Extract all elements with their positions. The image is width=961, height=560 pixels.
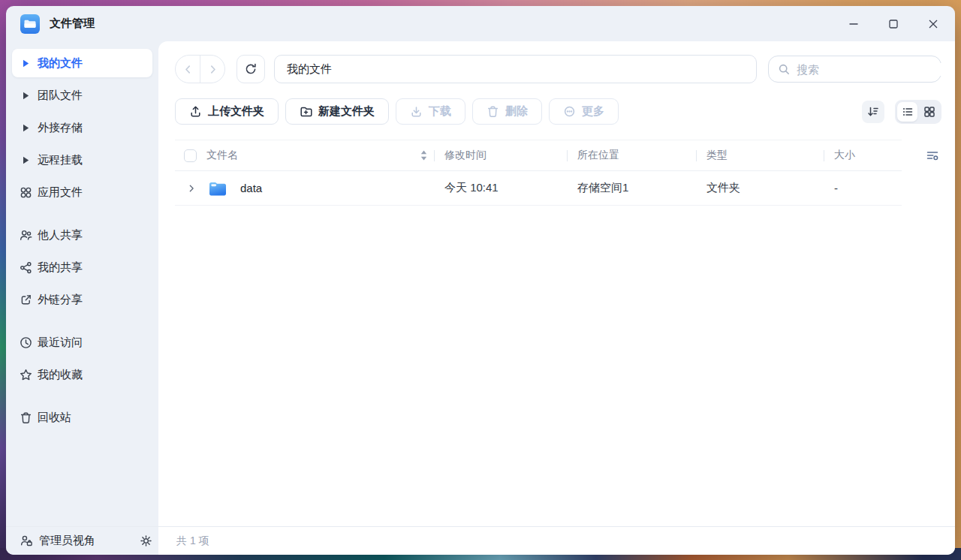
column-settings-icon (926, 149, 939, 162)
sidebar-item-recycle-bin[interactable]: 回收站 (12, 403, 152, 432)
column-label: 文件名 (206, 149, 238, 162)
sidebar-item-external-link-share[interactable]: 外链分享 (12, 285, 152, 314)
column-label: 所在位置 (577, 149, 619, 162)
expand-triangle-icon (20, 59, 32, 68)
sidebar-item-label: 团队文件 (38, 89, 83, 103)
header-location[interactable]: 所在位置 (567, 149, 696, 162)
header-size[interactable]: 大小 (824, 149, 902, 162)
admin-view-label: 管理员视角 (39, 534, 95, 548)
sidebar: 我的文件 团队文件 外接存储 远程挂载 应用文件 他人共享 我的共享 外链分享 (6, 41, 158, 526)
sidebar-item-remote-mount[interactable]: 远程挂载 (12, 146, 152, 174)
sidebar-item-label: 回收站 (38, 411, 71, 425)
sidebar-item-label: 应用文件 (38, 185, 83, 200)
expand-triangle-icon (20, 156, 32, 164)
upload-icon (189, 105, 202, 118)
gear-icon (140, 534, 152, 547)
refresh-button[interactable] (236, 55, 265, 83)
share-external-icon (20, 294, 32, 306)
item-count: 共 1 项 (176, 534, 209, 548)
path-input[interactable] (274, 55, 757, 83)
maximize-icon (887, 18, 899, 30)
file-name: data (240, 182, 262, 194)
file-table-inner: 文件名 修改时间 所在位置 类型 (175, 140, 902, 206)
sidebar-item-label: 他人共享 (38, 228, 83, 242)
sidebar-item-app-files[interactable]: 应用文件 (12, 178, 152, 206)
view-mode-toggle (895, 100, 941, 124)
share-nodes-icon (20, 261, 32, 274)
refresh-icon (244, 62, 258, 76)
admin-view-toggle[interactable]: 管理员视角 (6, 527, 158, 555)
history-nav (175, 55, 225, 83)
toolbar: 上传文件夹 新建文件夹 下载 删除 更多 (175, 98, 941, 125)
app-title: 文件管理 (50, 17, 95, 31)
column-label: 修改时间 (444, 149, 487, 162)
people-icon (20, 229, 32, 242)
star-icon (20, 369, 32, 381)
close-button[interactable] (922, 13, 944, 35)
navigation-row (175, 55, 941, 83)
sort-button[interactable] (862, 101, 884, 123)
cell-location: 存储空间1 (567, 181, 696, 195)
sidebar-item-team-files[interactable]: 团队文件 (12, 81, 152, 110)
sidebar-item-label: 外链分享 (38, 293, 83, 307)
button-label: 更多 (582, 104, 604, 119)
delete-button[interactable]: 删除 (472, 98, 542, 125)
expand-triangle-icon (20, 92, 32, 100)
grid-view-icon (923, 106, 935, 118)
view-controls (862, 100, 941, 124)
sidebar-item-external-storage[interactable]: 外接存储 (12, 113, 152, 142)
item-count-area: 共 1 项 (158, 527, 955, 555)
list-view-button[interactable] (897, 102, 917, 122)
header-filename[interactable]: 文件名 (175, 149, 434, 162)
file-table: 文件名 修改时间 所在位置 类型 (175, 140, 941, 206)
forward-button[interactable] (200, 56, 224, 83)
more-circle-icon (563, 105, 576, 118)
sidebar-item-label: 我的文件 (38, 56, 83, 71)
column-label: 大小 (834, 149, 855, 162)
sidebar-item-label: 我的共享 (38, 260, 83, 275)
file-manager-window: 文件管理 我的文件 团队文件 外接存储 远程挂载 (6, 6, 955, 555)
back-button[interactable] (176, 56, 200, 83)
column-settings-button[interactable] (923, 146, 941, 164)
sidebar-item-favorites[interactable]: 我的收藏 (12, 360, 152, 389)
sidebar-item-my-files[interactable]: 我的文件 (12, 49, 152, 77)
table-header: 文件名 修改时间 所在位置 类型 (175, 140, 902, 171)
minimize-button[interactable] (842, 13, 865, 35)
sidebar-item-shared-by-others[interactable]: 他人共享 (12, 221, 152, 249)
new-folder-button[interactable]: 新建文件夹 (285, 98, 389, 125)
list-view-icon (902, 106, 914, 118)
column-label: 类型 (706, 149, 728, 162)
minimize-icon (848, 18, 860, 30)
sidebar-item-my-shares[interactable]: 我的共享 (12, 253, 152, 282)
more-button[interactable]: 更多 (549, 98, 619, 125)
clock-icon (20, 336, 32, 349)
row-expand-chevron-icon[interactable] (186, 183, 197, 194)
maximize-button[interactable] (882, 13, 905, 35)
table-row[interactable]: data 今天 10:41 存储空间1 文件夹 - (175, 171, 902, 206)
search-input[interactable] (797, 63, 946, 76)
header-type[interactable]: 类型 (696, 149, 824, 162)
download-button[interactable]: 下载 (396, 98, 465, 125)
titlebar: 文件管理 (6, 6, 955, 41)
grid-view-button[interactable] (919, 102, 939, 122)
button-label: 新建文件夹 (318, 104, 375, 119)
select-all-checkbox[interactable] (184, 149, 197, 162)
button-label: 删除 (505, 104, 528, 119)
statusbar: 管理员视角 共 1 项 (6, 526, 955, 555)
settings-gear-button[interactable] (140, 534, 152, 547)
sidebar-item-label: 远程挂载 (38, 153, 83, 167)
sidebar-item-recent[interactable]: 最近访问 (12, 328, 152, 357)
sort-arrows-icon[interactable] (420, 150, 427, 161)
apps-icon (20, 186, 32, 199)
chevron-left-icon (182, 63, 194, 76)
trash-icon (20, 411, 32, 424)
window-controls (842, 13, 955, 35)
folder-plus-icon (300, 105, 312, 118)
upload-folder-button[interactable]: 上传文件夹 (175, 98, 279, 125)
header-modified[interactable]: 修改时间 (434, 149, 567, 162)
cell-modified: 今天 10:41 (434, 181, 567, 195)
folder-icon (208, 179, 227, 198)
main-panel: 上传文件夹 新建文件夹 下载 删除 更多 (158, 41, 955, 526)
trash-icon (487, 105, 499, 118)
button-label: 下载 (429, 104, 451, 119)
